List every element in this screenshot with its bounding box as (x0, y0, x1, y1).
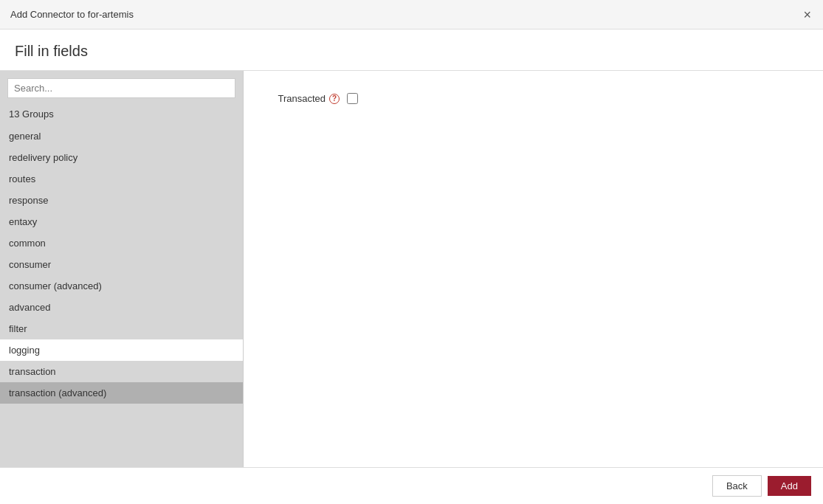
sidebar-item-response[interactable]: response (0, 190, 243, 211)
modal-header: Add Connector to for-artemis × (0, 0, 823, 30)
field-row-transacted: Transacted ? (266, 93, 801, 104)
modal-overlay: Add Connector to for-artemis × Fill in f… (0, 0, 823, 504)
sidebar-item-logging[interactable]: logging (0, 339, 243, 361)
sidebar: 13 Groups generalredelivery policyroutes… (0, 71, 244, 467)
modal-subtitle: Fill in fields (0, 30, 823, 71)
sidebar-item-transaction-advanced[interactable]: transaction (advanced) (0, 382, 243, 404)
sidebar-item-filter[interactable]: filter (0, 318, 243, 339)
add-button[interactable]: Add (768, 476, 811, 496)
info-icon[interactable]: ? (329, 94, 340, 104)
sidebar-item-transaction[interactable]: transaction (0, 361, 243, 382)
sidebar-item-consumer-advanced[interactable]: consumer (advanced) (0, 275, 243, 297)
modal-title: Add Connector to for-artemis (10, 9, 134, 20)
sidebar-item-general[interactable]: general (0, 125, 243, 147)
modal: Add Connector to for-artemis × Fill in f… (0, 0, 823, 504)
transacted-checkbox[interactable] (347, 93, 358, 104)
sidebar-item-routes[interactable]: routes (0, 168, 243, 190)
sidebar-item-entaxy[interactable]: entaxy (0, 211, 243, 232)
sidebar-list: generalredelivery policyroutesresponseen… (0, 125, 243, 467)
modal-footer: Back Add (0, 467, 823, 504)
search-box (7, 78, 235, 98)
search-input[interactable] (7, 78, 235, 98)
sidebar-item-redelivery-policy[interactable]: redelivery policy (0, 147, 243, 168)
sidebar-item-advanced[interactable]: advanced (0, 297, 243, 318)
transacted-label-text: Transacted (278, 93, 326, 104)
back-button[interactable]: Back (712, 475, 762, 497)
sidebar-item-consumer[interactable]: consumer (0, 254, 243, 275)
field-label-transacted: Transacted ? (266, 93, 340, 104)
sidebar-item-common[interactable]: common (0, 232, 243, 254)
modal-body: 13 Groups generalredelivery policyroutes… (0, 71, 823, 467)
close-button[interactable]: × (802, 8, 813, 21)
content-area: Transacted ? (244, 71, 823, 467)
groups-count: 13 Groups (0, 104, 243, 125)
